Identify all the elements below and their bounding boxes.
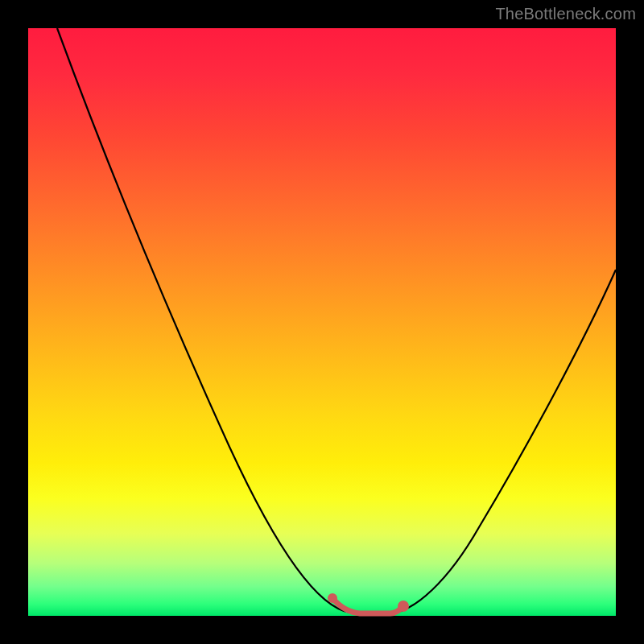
bottleneck-curve: [57, 28, 616, 613]
watermark: TheBottleneck.com: [495, 5, 636, 23]
chart-frame: TheBottleneck.com: [0, 0, 644, 644]
left-dot: [328, 593, 337, 603]
curve-layer: [28, 28, 616, 616]
plot-area: [28, 28, 616, 616]
right-dot: [398, 601, 409, 612]
